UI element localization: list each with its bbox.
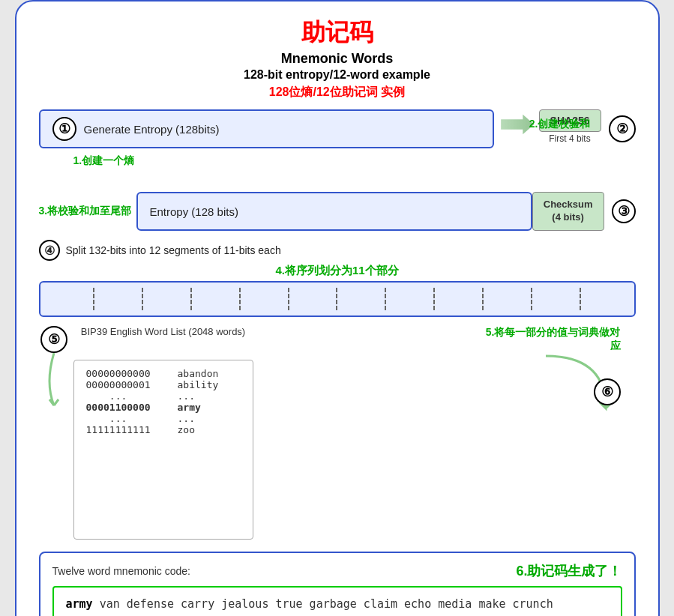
circle-3: ③ xyxy=(612,199,636,223)
bit-seg-4 xyxy=(192,288,241,310)
label-2: 2.创建校验和 xyxy=(529,118,591,130)
wl-word-1: abandon xyxy=(178,368,219,379)
wl-binary-1: 00000000000 xyxy=(86,368,169,379)
bit-seg-11 xyxy=(532,288,581,310)
subtitle-en: 128-bit entropy/12-word example xyxy=(39,68,636,82)
label-6: 6.助记码生成了！ xyxy=(516,562,622,580)
mnemonic-outer: Twelve word mnemonic code: 6.助记码生成了！ arm… xyxy=(39,552,636,616)
label-4: 4.将序列划分为11个部分 xyxy=(39,264,636,278)
bit-seg-6 xyxy=(289,288,338,310)
mnemonic-bold-word: army xyxy=(66,597,93,611)
bits-bar xyxy=(39,281,636,317)
step4-text: ④ Split 132-bits into 12 segments of 11-… xyxy=(39,240,636,261)
mnemonic-inner: army van defense carry jealous true garb… xyxy=(52,586,622,616)
mnemonic-text: van defense carry jealous true garbage c… xyxy=(93,597,553,611)
wl-word-2: ability xyxy=(178,379,219,390)
main-container: 助记码 Mnemonic Words 128-bit entropy/12-wo… xyxy=(15,0,660,616)
sha256-sub: First 4 bits xyxy=(549,133,590,144)
wl-word-5: ... xyxy=(178,413,195,424)
bit-seg-8 xyxy=(386,288,435,310)
title-cn: 助记码 xyxy=(39,16,636,49)
label-3: 3.将校验和加至尾部 xyxy=(39,205,132,218)
title-en: Mnemonic Words xyxy=(39,51,636,67)
checksum-label: Checksum (4 bits) xyxy=(544,199,593,223)
wl-row-3: ... ... xyxy=(86,390,241,402)
step1-box: ① Generate Entropy (128bits) xyxy=(39,109,494,148)
wl-row-6: 11111111111 zoo xyxy=(86,424,241,435)
wl-word-3: ... xyxy=(178,390,195,402)
circle-6: ⑥ xyxy=(594,378,621,405)
bit-seg-3 xyxy=(143,288,192,310)
step1-label: Generate Entropy (128bits) xyxy=(84,123,220,136)
wl-binary-2: 00000000001 xyxy=(86,379,169,390)
wl-row-4: 00001100000 army xyxy=(86,402,241,413)
entropy-label: Entropy (128 bits) xyxy=(150,205,238,218)
checksum-box: Checksum (4 bits) xyxy=(532,192,604,231)
circle-1: ① xyxy=(52,117,76,141)
bit-seg-9 xyxy=(435,288,484,310)
wordlist-title: BIP39 English Word List (2048 words) xyxy=(73,326,253,337)
wl-row-5: ... ... xyxy=(86,413,241,424)
bit-seg-12 xyxy=(581,288,628,310)
bit-seg-5 xyxy=(241,288,289,310)
bit-seg-2 xyxy=(94,288,143,310)
bit-seg-1 xyxy=(46,288,95,310)
circle-5: ⑤ xyxy=(40,326,67,353)
mnemonic-title: Twelve word mnemonic code: xyxy=(52,565,517,577)
row2: 3.将校验和加至尾部 Entropy (128 bits) Checksum (… xyxy=(39,192,636,231)
mnemonic-title-row: Twelve word mnemonic code: 6.助记码生成了！ xyxy=(52,562,622,580)
wordlist-container: 00000000000 abandon 00000000001 ability … xyxy=(73,360,253,540)
wl-row-2: 00000000001 ability xyxy=(86,379,241,390)
circle-2: ② xyxy=(609,115,636,142)
mnemonic-section: Twelve word mnemonic code: 6.助记码生成了！ arm… xyxy=(39,552,636,616)
bit-seg-10 xyxy=(484,288,532,310)
wl-binary-5: ... xyxy=(86,413,169,424)
wl-binary-6: 11111111111 xyxy=(86,424,169,435)
step4-desc: Split 132-bits into 12 segments of 11-bi… xyxy=(66,244,281,256)
row3: ④ Split 132-bits into 12 segments of 11-… xyxy=(39,240,636,317)
circle-4: ④ xyxy=(39,240,60,261)
curved-arrow-5 xyxy=(39,353,69,413)
wl-word-6: zoo xyxy=(178,424,195,435)
wl-binary-4: 00001100000 xyxy=(86,402,169,413)
subtitle-cn: 128位熵/12位助记词 实例 xyxy=(39,85,636,100)
wl-binary-3: ... xyxy=(86,390,169,402)
bit-seg-7 xyxy=(337,288,386,310)
label-1: 1.创建一个熵 xyxy=(73,154,135,168)
wl-word-4: army xyxy=(178,402,201,413)
wl-row-1: 00000000000 abandon xyxy=(86,368,241,379)
entropy-box: Entropy (128 bits) xyxy=(136,192,532,231)
